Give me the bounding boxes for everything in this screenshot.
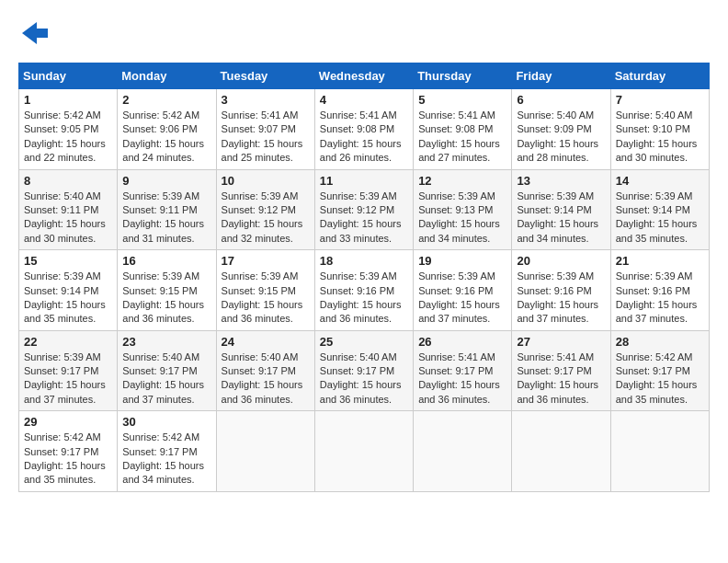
logo-icon — [18, 18, 48, 48]
calendar-cell — [610, 411, 709, 492]
day-number: 15 — [24, 254, 112, 268]
day-info: Sunrise: 5:42 AM Sunset: 9:17 PM Dayligh… — [616, 350, 704, 408]
calendar-cell: 25 Sunrise: 5:40 AM Sunset: 9:17 PM Dayl… — [314, 330, 413, 411]
calendar-week-row: 22 Sunrise: 5:39 AM Sunset: 9:17 PM Dayl… — [19, 330, 710, 411]
calendar-week-row: 29 Sunrise: 5:42 AM Sunset: 9:17 PM Dayl… — [19, 411, 710, 492]
day-info: Sunrise: 5:40 AM Sunset: 9:10 PM Dayligh… — [616, 109, 704, 166]
day-of-week-header: Friday — [512, 63, 610, 89]
calendar-cell — [512, 411, 610, 492]
day-info: Sunrise: 5:39 AM Sunset: 9:16 PM Dayligh… — [616, 270, 704, 327]
calendar-header-row: SundayMondayTuesdayWednesdayThursdayFrid… — [19, 63, 710, 89]
day-info: Sunrise: 5:40 AM Sunset: 9:17 PM Dayligh… — [222, 350, 310, 408]
calendar-cell: 13 Sunrise: 5:39 AM Sunset: 9:14 PM Dayl… — [512, 169, 610, 250]
calendar-week-row: 1 Sunrise: 5:42 AM Sunset: 9:05 PM Dayli… — [19, 89, 710, 170]
day-number: 16 — [122, 254, 210, 268]
calendar-cell: 26 Sunrise: 5:41 AM Sunset: 9:17 PM Dayl… — [414, 330, 512, 411]
calendar-cell: 3 Sunrise: 5:41 AM Sunset: 9:07 PM Dayli… — [216, 89, 314, 170]
day-number: 30 — [122, 415, 210, 429]
day-number: 2 — [122, 93, 210, 107]
calendar-cell — [216, 411, 314, 492]
day-number: 25 — [320, 335, 408, 349]
day-info: Sunrise: 5:39 AM Sunset: 9:16 PM Dayligh… — [517, 270, 605, 327]
calendar-cell: 30 Sunrise: 5:42 AM Sunset: 9:17 PM Dayl… — [118, 411, 216, 492]
day-number: 24 — [222, 335, 310, 349]
day-number: 13 — [517, 174, 605, 188]
day-info: Sunrise: 5:39 AM Sunset: 9:12 PM Dayligh… — [320, 190, 408, 247]
calendar-cell: 16 Sunrise: 5:39 AM Sunset: 9:15 PM Dayl… — [118, 250, 216, 331]
svg-marker-1 — [22, 22, 48, 44]
calendar-cell: 14 Sunrise: 5:39 AM Sunset: 9:14 PM Dayl… — [610, 169, 709, 250]
day-number: 6 — [517, 93, 605, 107]
day-number: 9 — [122, 174, 210, 188]
day-info: Sunrise: 5:39 AM Sunset: 9:14 PM Dayligh… — [517, 190, 605, 247]
day-number: 19 — [418, 254, 506, 268]
day-number: 23 — [122, 335, 210, 349]
day-info: Sunrise: 5:40 AM Sunset: 9:09 PM Dayligh… — [517, 109, 605, 166]
calendar-cell: 24 Sunrise: 5:40 AM Sunset: 9:17 PM Dayl… — [216, 330, 314, 411]
day-number: 29 — [24, 415, 112, 429]
day-number: 21 — [616, 254, 704, 268]
day-info: Sunrise: 5:40 AM Sunset: 9:11 PM Dayligh… — [24, 190, 112, 247]
day-info: Sunrise: 5:39 AM Sunset: 9:16 PM Dayligh… — [320, 270, 408, 327]
day-info: Sunrise: 5:39 AM Sunset: 9:12 PM Dayligh… — [222, 190, 310, 247]
calendar-cell: 20 Sunrise: 5:39 AM Sunset: 9:16 PM Dayl… — [512, 250, 610, 331]
calendar-cell: 5 Sunrise: 5:41 AM Sunset: 9:08 PM Dayli… — [414, 89, 512, 170]
calendar-cell: 2 Sunrise: 5:42 AM Sunset: 9:06 PM Dayli… — [118, 89, 216, 170]
calendar-cell — [314, 411, 413, 492]
day-info: Sunrise: 5:39 AM Sunset: 9:16 PM Dayligh… — [418, 270, 506, 327]
day-info: Sunrise: 5:42 AM Sunset: 9:06 PM Dayligh… — [122, 109, 210, 166]
day-info: Sunrise: 5:41 AM Sunset: 9:08 PM Dayligh… — [320, 109, 408, 166]
calendar-cell: 21 Sunrise: 5:39 AM Sunset: 9:16 PM Dayl… — [610, 250, 709, 331]
day-number: 18 — [320, 254, 408, 268]
calendar-cell: 23 Sunrise: 5:40 AM Sunset: 9:17 PM Dayl… — [118, 330, 216, 411]
day-number: 27 — [517, 335, 605, 349]
day-info: Sunrise: 5:39 AM Sunset: 9:17 PM Dayligh… — [24, 350, 112, 408]
calendar-cell: 1 Sunrise: 5:42 AM Sunset: 9:05 PM Dayli… — [19, 89, 118, 170]
day-info: Sunrise: 5:39 AM Sunset: 9:13 PM Dayligh… — [418, 190, 506, 247]
day-number: 28 — [616, 335, 704, 349]
day-info: Sunrise: 5:41 AM Sunset: 9:08 PM Dayligh… — [418, 109, 506, 166]
calendar-cell: 11 Sunrise: 5:39 AM Sunset: 9:12 PM Dayl… — [314, 169, 413, 250]
calendar-cell — [414, 411, 512, 492]
day-number: 12 — [418, 174, 506, 188]
calendar-cell: 6 Sunrise: 5:40 AM Sunset: 9:09 PM Dayli… — [512, 89, 610, 170]
day-info: Sunrise: 5:39 AM Sunset: 9:11 PM Dayligh… — [122, 190, 210, 247]
calendar-cell: 7 Sunrise: 5:40 AM Sunset: 9:10 PM Dayli… — [610, 89, 709, 170]
day-of-week-header: Wednesday — [314, 63, 413, 89]
day-info: Sunrise: 5:42 AM Sunset: 9:05 PM Dayligh… — [24, 109, 112, 166]
day-number: 7 — [616, 93, 704, 107]
calendar-cell: 27 Sunrise: 5:41 AM Sunset: 9:17 PM Dayl… — [512, 330, 610, 411]
day-info: Sunrise: 5:39 AM Sunset: 9:14 PM Dayligh… — [616, 190, 704, 247]
calendar-week-row: 15 Sunrise: 5:39 AM Sunset: 9:14 PM Dayl… — [19, 250, 710, 331]
day-info: Sunrise: 5:42 AM Sunset: 9:17 PM Dayligh… — [122, 431, 210, 488]
calendar-table: SundayMondayTuesdayWednesdayThursdayFrid… — [18, 63, 710, 492]
day-number: 11 — [320, 174, 408, 188]
calendar-cell: 22 Sunrise: 5:39 AM Sunset: 9:17 PM Dayl… — [19, 330, 118, 411]
day-info: Sunrise: 5:41 AM Sunset: 9:07 PM Dayligh… — [222, 109, 310, 166]
day-number: 14 — [616, 174, 704, 188]
calendar-cell: 17 Sunrise: 5:39 AM Sunset: 9:15 PM Dayl… — [216, 250, 314, 331]
day-info: Sunrise: 5:39 AM Sunset: 9:15 PM Dayligh… — [122, 270, 210, 327]
logo — [18, 18, 53, 48]
day-info: Sunrise: 5:40 AM Sunset: 9:17 PM Dayligh… — [320, 350, 408, 408]
calendar-cell: 29 Sunrise: 5:42 AM Sunset: 9:17 PM Dayl… — [19, 411, 118, 492]
day-of-week-header: Monday — [118, 63, 216, 89]
day-number: 20 — [517, 254, 605, 268]
day-number: 4 — [320, 93, 408, 107]
calendar-cell: 10 Sunrise: 5:39 AM Sunset: 9:12 PM Dayl… — [216, 169, 314, 250]
calendar-cell: 8 Sunrise: 5:40 AM Sunset: 9:11 PM Dayli… — [19, 169, 118, 250]
calendar-week-row: 8 Sunrise: 5:40 AM Sunset: 9:11 PM Dayli… — [19, 169, 710, 250]
calendar-cell: 18 Sunrise: 5:39 AM Sunset: 9:16 PM Dayl… — [314, 250, 413, 331]
page-header — [18, 18, 710, 48]
calendar-cell: 9 Sunrise: 5:39 AM Sunset: 9:11 PM Dayli… — [118, 169, 216, 250]
day-number: 5 — [418, 93, 506, 107]
day-number: 10 — [222, 174, 310, 188]
day-number: 22 — [24, 335, 112, 349]
day-of-week-header: Tuesday — [216, 63, 314, 89]
day-info: Sunrise: 5:40 AM Sunset: 9:17 PM Dayligh… — [122, 350, 210, 408]
day-info: Sunrise: 5:41 AM Sunset: 9:17 PM Dayligh… — [418, 350, 506, 408]
day-info: Sunrise: 5:39 AM Sunset: 9:14 PM Dayligh… — [24, 270, 112, 327]
day-info: Sunrise: 5:42 AM Sunset: 9:17 PM Dayligh… — [24, 431, 112, 488]
calendar-cell: 12 Sunrise: 5:39 AM Sunset: 9:13 PM Dayl… — [414, 169, 512, 250]
day-info: Sunrise: 5:41 AM Sunset: 9:17 PM Dayligh… — [517, 350, 605, 408]
